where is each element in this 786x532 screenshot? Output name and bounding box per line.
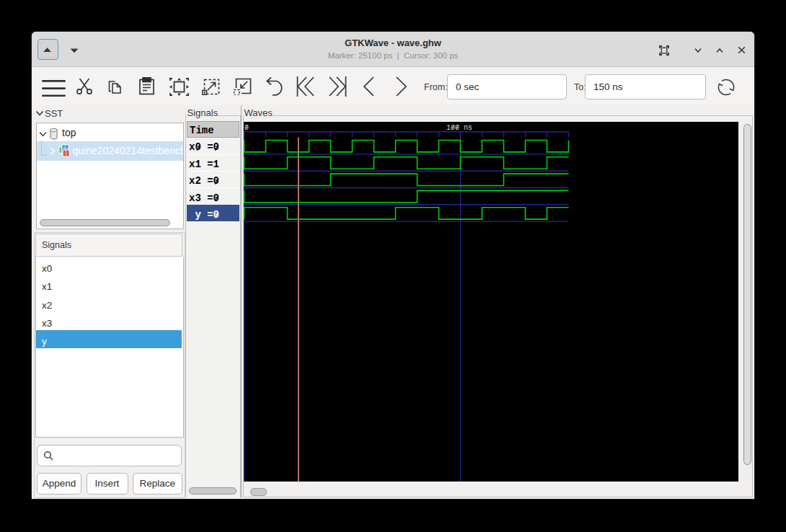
svg-text:0: 0 bbox=[244, 124, 249, 132]
svg-text:100 ns: 100 ns bbox=[446, 124, 472, 132]
